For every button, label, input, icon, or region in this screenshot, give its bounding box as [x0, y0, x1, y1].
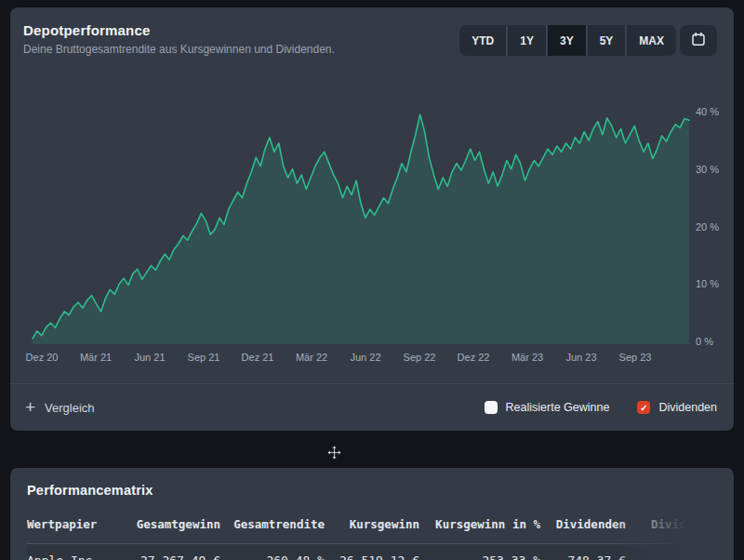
card-header: Depotperformance Deine Bruttogesamtrendi…: [10, 7, 734, 56]
performance-area-chart[interactable]: [31, 102, 691, 344]
table-row-apple[interactable]: Apple Inc 27.267,49 € 260,48 % 26.519,12…: [27, 544, 717, 560]
y-axis-tick: 10 %: [696, 278, 719, 289]
column-header-gesamtgewinn[interactable]: Gesamtgewinn: [120, 517, 220, 531]
column-header-wertpapier[interactable]: Wertpapier: [27, 517, 120, 531]
x-axis-tick: Sep 21: [188, 352, 220, 363]
cell-dividenden: 748,37 €: [540, 553, 626, 560]
time-range-group: YTD 1Y 3Y 5Y MAX: [459, 25, 676, 56]
y-axis-tick: 40 %: [696, 106, 719, 117]
x-axis-tick: Mär 23: [512, 352, 543, 363]
x-axis-tick: Dez 20: [26, 352, 59, 363]
performance-table: Wertpapier Gesamtgewinn Gesamtrendite Ku…: [27, 512, 717, 560]
checkbox-dividenden[interactable]: ✓: [637, 401, 650, 414]
x-axis-tick: Jun 22: [350, 352, 380, 363]
x-axis-tick: Dez 22: [458, 352, 490, 363]
plus-icon: +: [25, 400, 35, 415]
x-axis-tick: Sep 23: [619, 352, 652, 363]
x-axis-tick: Mär 22: [296, 352, 327, 363]
column-header-dividenden[interactable]: Dividenden: [540, 517, 626, 531]
y-axis-tick: 0 %: [696, 336, 713, 347]
toggle-dividenden[interactable]: ✓ Dividenden: [637, 401, 717, 414]
x-axis-tick: Mär 21: [80, 352, 112, 363]
card-subtitle: Deine Bruttogesamtrendite aus Kursgewinn…: [23, 43, 335, 56]
toggle-label: Dividenden: [658, 401, 717, 414]
table-header-row: Wertpapier Gesamtgewinn Gesamtrendite Ku…: [27, 512, 717, 536]
x-axis-labels: Dez 20Mär 21Jun 21Sep 21Dez 21Mär 22Jun …: [31, 352, 691, 367]
performancematrix-card: Performancematrix Wertpapier Gesamtgewin…: [10, 468, 734, 560]
range-button-3y[interactable]: 3Y: [548, 25, 586, 56]
cell-gesamtgewinn: 27.267,49 €: [120, 553, 220, 560]
column-header-kursgewinn-pct[interactable]: Kursgewinn in %: [419, 517, 540, 531]
card-title-block: Depotperformance Deine Bruttogesamtrendi…: [23, 22, 335, 56]
compare-label: Vergleich: [45, 401, 94, 415]
checkbox-realisierte-gewinne[interactable]: [485, 401, 498, 414]
page-title: Depotperformance: [23, 22, 335, 38]
x-axis-tick: Sep 22: [404, 352, 436, 363]
x-axis-tick: Jun 21: [134, 352, 165, 363]
calendar-icon: [691, 32, 706, 49]
cell-wertpapier[interactable]: Apple Inc: [27, 553, 120, 560]
move-cursor-icon: [326, 445, 342, 460]
range-button-5y[interactable]: 5Y: [588, 25, 626, 56]
cell-kursgewinn: 26.519,12 €: [325, 553, 419, 560]
column-header-gesamtrendite[interactable]: Gesamtrendite: [220, 517, 325, 531]
matrix-title: Performancematrix: [27, 483, 717, 498]
range-button-1y[interactable]: 1Y: [508, 25, 546, 56]
cell-gesamtrendite: 260,48 %: [220, 553, 325, 560]
add-comparison-button[interactable]: + Vergleich: [25, 400, 95, 415]
range-button-max[interactable]: MAX: [627, 25, 676, 56]
column-header-dividenden-pct[interactable]: Dividenden in %: [626, 517, 717, 531]
custom-range-button[interactable]: [680, 25, 717, 56]
toggle-label: Realisierte Gewinne: [506, 401, 610, 414]
range-button-ytd[interactable]: YTD: [459, 25, 506, 56]
depotperformance-card: Depotperformance Deine Bruttogesamtrendi…: [10, 7, 734, 431]
chart-area-fill: [33, 114, 689, 344]
chart-toggles: Realisierte Gewinne ✓ Dividenden: [485, 401, 717, 414]
y-axis-tick: 30 %: [696, 164, 719, 175]
x-axis-tick: Dez 21: [242, 352, 274, 363]
cell-kursgewinn-pct: 253,33 %: [419, 553, 540, 560]
x-axis-tick: Jun 23: [565, 352, 596, 363]
chart-canvas: [31, 102, 691, 344]
column-header-kursgewinn[interactable]: Kursgewinn: [325, 517, 419, 531]
y-axis-labels: 40 %30 %20 %10 %0 %: [696, 102, 737, 344]
time-range-selector: YTD 1Y 3Y 5Y MAX: [459, 25, 717, 56]
chart-footer: + Vergleich Realisierte Gewinne ✓ Divide…: [10, 384, 734, 431]
toggle-realisierte-gewinne[interactable]: Realisierte Gewinne: [485, 401, 610, 414]
y-axis-tick: 20 %: [696, 221, 719, 233]
